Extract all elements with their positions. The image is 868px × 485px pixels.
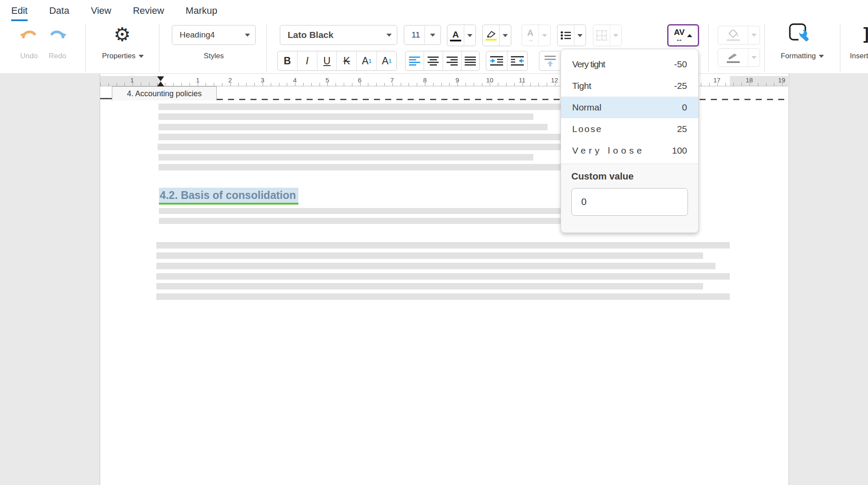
toolbar-divider <box>86 24 86 72</box>
redacted-text-bar <box>158 124 548 130</box>
indent-marker-top[interactable] <box>157 76 164 81</box>
option-value: 25 <box>677 124 687 134</box>
toolbar-divider <box>840 24 840 72</box>
letter-spacing-option[interactable]: Tight -25 <box>561 75 698 97</box>
formatting-button[interactable] <box>785 21 813 47</box>
format-painter-button-disabled <box>718 48 760 67</box>
paragraph-spacing-icon[interactable] <box>539 51 561 70</box>
letter-spacing-option[interactable]: Normal 0 <box>561 97 698 118</box>
redacted-text-bar <box>156 273 730 280</box>
bullet-list-button[interactable] <box>557 25 586 46</box>
document-heading[interactable]: 4.2. Basis of consolidation <box>159 188 298 205</box>
subscript-button[interactable]: A1 <box>377 51 396 70</box>
align-right-button[interactable] <box>443 51 462 70</box>
redacted-text-bar <box>158 104 566 110</box>
font-color-button[interactable]: A <box>447 25 476 46</box>
properties-button[interactable]: ⚙ <box>109 22 136 47</box>
apply-color-button-disabled: A → <box>522 25 551 46</box>
properties-label[interactable]: Properties <box>96 52 150 60</box>
option-value: 0 <box>682 102 687 113</box>
custom-value-section: Custom value <box>561 164 698 233</box>
highlight-color-swatch <box>485 39 497 41</box>
align-center-icon <box>428 57 439 66</box>
font-size-value: 11 <box>404 30 424 40</box>
canvas-right-margin <box>789 74 868 485</box>
menu-item[interactable]: Markup <box>186 5 217 21</box>
ruler-number: 1 <box>196 76 200 84</box>
section-tab[interactable]: 4. Accounting policies <box>112 86 217 101</box>
paragraph-spacing-button[interactable] <box>539 51 561 71</box>
align-center-button[interactable] <box>424 51 443 70</box>
insert-icon: ] + <box>863 26 868 41</box>
fill-color-button-disabled <box>718 26 760 44</box>
menu-item[interactable]: Data <box>49 5 69 21</box>
redacted-text-bar <box>158 134 566 140</box>
indent-icon <box>511 56 524 66</box>
font-color-icon[interactable]: A <box>447 25 464 46</box>
letter-spacing-option[interactable]: Very loose 100 <box>561 140 698 161</box>
menu-item[interactable]: Edit <box>11 5 28 21</box>
chevron-down-icon <box>430 34 435 37</box>
toolbar-divider <box>159 24 159 72</box>
styles-value: Heading4 <box>172 30 240 40</box>
undo-label: Undo <box>16 52 41 60</box>
redacted-text-bar <box>156 263 716 269</box>
chevron-down-icon <box>613 34 618 37</box>
toolbar-bottom-border <box>0 73 868 74</box>
chevron-down-icon <box>542 34 547 37</box>
letter-spacing-button[interactable]: AV ↔ <box>667 24 699 47</box>
option-label: Normal <box>572 102 602 113</box>
outdent-icon <box>490 56 503 66</box>
chevron-up-icon <box>687 34 692 37</box>
chevron-down-icon <box>467 34 472 37</box>
indent-button[interactable] <box>507 51 528 70</box>
align-justify-icon <box>465 57 476 66</box>
chevron-down-icon <box>503 34 508 37</box>
outdent-button[interactable] <box>486 51 507 70</box>
chevron-down-icon <box>819 55 824 58</box>
letter-arrow-icon: A → <box>522 25 539 46</box>
italic-button[interactable]: I <box>298 51 317 70</box>
letter-spacing-menu: Very tight -50 Tight -25 Normal 0 Loose … <box>561 49 699 233</box>
indent-marker-bottom[interactable] <box>157 82 164 86</box>
superscript-button[interactable]: A1 <box>357 51 377 70</box>
ruler-number: 8 <box>423 76 427 84</box>
styles-select[interactable]: Heading4 <box>172 25 256 45</box>
menu-bar: EditDataViewReviewMarkup <box>11 5 217 21</box>
insert-button[interactable]: ] + <box>855 22 868 46</box>
redo-button[interactable] <box>45 25 70 45</box>
chevron-down-icon <box>386 34 392 37</box>
ruler-number: 1 <box>130 76 134 84</box>
font-size-select[interactable]: 11 <box>404 25 441 45</box>
font-family-select[interactable]: Lato Black <box>280 25 397 45</box>
letter-spacing-icon: AV ↔ <box>674 28 685 43</box>
alignment-group <box>405 51 480 71</box>
font-family-value: Lato Black <box>280 30 381 40</box>
align-justify-button[interactable] <box>462 51 479 70</box>
align-left-button[interactable] <box>405 51 424 70</box>
highlighter-icon[interactable] <box>483 25 500 46</box>
highlight-color-button[interactable] <box>482 25 511 46</box>
ruler-number: 2 <box>228 76 232 84</box>
menu-item[interactable]: Review <box>133 5 164 21</box>
formatting-wrench-icon <box>787 22 811 46</box>
underline-button[interactable]: U <box>317 51 337 70</box>
properties-label-text: Properties <box>102 52 135 60</box>
menu-item[interactable]: View <box>91 5 111 21</box>
option-value: 100 <box>672 145 687 156</box>
bullet-list-icon[interactable] <box>558 25 574 46</box>
bold-button[interactable]: B <box>278 51 298 70</box>
ruler-number: 11 <box>519 76 526 84</box>
custom-value-input[interactable] <box>571 188 688 216</box>
ruler-number: 10 <box>486 76 494 84</box>
formatting-label[interactable]: Formatting <box>772 52 833 60</box>
redacted-text-bar <box>156 293 730 300</box>
letter-spacing-option[interactable]: Loose 25 <box>561 118 698 140</box>
option-value: -25 <box>674 81 687 91</box>
strikethrough-button[interactable]: K <box>337 51 357 70</box>
undo-button[interactable] <box>16 25 41 45</box>
align-left-icon <box>409 57 420 66</box>
letter-spacing-option[interactable]: Very tight -50 <box>561 54 698 75</box>
option-value: -50 <box>674 59 687 69</box>
option-label: Very tight <box>572 59 605 69</box>
